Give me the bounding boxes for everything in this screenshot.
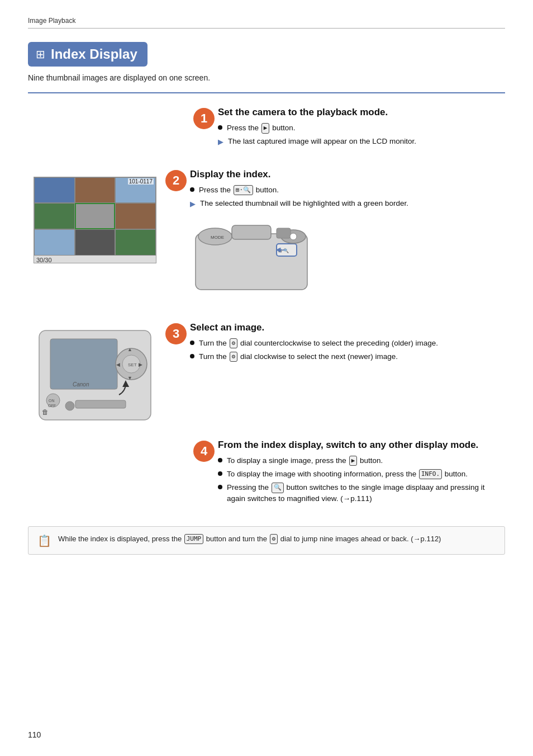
step-1-heading: Set the camera to the playback mode.: [218, 107, 505, 118]
step-1-left: [28, 107, 184, 109]
step-2-bullet-2-text: The selected thumbnail will be highlight…: [200, 198, 408, 209]
step-1-row: 1 Set the camera to the playback mode. P…: [28, 107, 505, 152]
step-4-bullet-2: To display the image with shooting infor…: [218, 469, 505, 480]
step-2-layout: 101-0117 30/30: [28, 169, 505, 305]
header-rule: [28, 28, 505, 29]
step-3-content: Select an image. Turn the ⚙ dial counter…: [190, 322, 505, 367]
step-3-layout: Canon SET ▲ ▼ ◀ ▶ ON OFF: [28, 322, 505, 423]
step-3-image-col: Canon SET ▲ ▼ ◀ ▶ ON OFF: [28, 322, 162, 423]
dial-icon-2: ⚙: [230, 352, 238, 362]
arrow-icon: ▶: [218, 136, 223, 148]
section-title-box: ⊞ Index Display: [28, 42, 147, 67]
step-2-bullet-1: Press the ⊞·🔍 button.: [190, 185, 505, 196]
svg-point-9: [290, 233, 297, 240]
step-1-content: Set the camera to the playback mode. Pre…: [218, 107, 505, 152]
note-box: 📋 While the index is displayed, press th…: [28, 526, 505, 555]
bullet-dot-4-2: [218, 471, 222, 476]
index-image-box: 101-0117 30/30: [34, 177, 156, 263]
thumb-1: [34, 177, 75, 204]
thumb-8: [75, 229, 116, 256]
step-4-bullet-2-text: To display the image with shooting infor…: [227, 469, 468, 480]
camera-back-svg: Canon SET ▲ ▼ ◀ ▶ ON OFF: [36, 328, 154, 423]
bullet-dot-3-2: [190, 354, 194, 358]
dial-icon-note: ⚙: [270, 534, 278, 545]
step-4-bullets: To display a single image, press the ▶ b…: [218, 455, 505, 505]
thumb-9: [115, 229, 156, 256]
step-1-right: 1 Set the camera to the playback mode. P…: [184, 107, 505, 152]
svg-text:ON: ON: [49, 399, 55, 403]
thumb-5: [75, 203, 116, 229]
svg-text:Canon: Canon: [73, 381, 89, 388]
step-4-bullet-1-text: To display a single image, press the ▶ b…: [227, 455, 383, 466]
svg-text:MODE: MODE: [211, 235, 224, 240]
step-1-bullet-1: Press the ▶ button.: [218, 122, 505, 134]
step-2-bullet-1-text: Press the ⊞·🔍 button.: [199, 185, 279, 196]
step-2-bullets: Press the ⊞·🔍 button. ▶ The selected thu…: [190, 185, 505, 210]
note-text: While the index is displayed, press the …: [58, 533, 441, 545]
svg-text:🗑: 🗑: [42, 408, 49, 416]
step-4-number-col: 4: [190, 440, 218, 462]
svg-rect-7: [232, 225, 271, 239]
step-4-bullet-3: Pressing the 🔍 button switches to the si…: [218, 482, 505, 505]
step-3-bullet-1: Turn the ⚙ dial counterclockwise to sele…: [190, 338, 505, 349]
jump-btn: JUMP: [184, 534, 204, 545]
step-1-bullet-2-text: The last captured image will appear on t…: [228, 136, 416, 147]
bullet-dot: [190, 187, 194, 192]
step-3-circle: 3: [165, 323, 187, 344]
step-2-number-col: 2: [162, 169, 190, 191]
page: Image Playback ⊞ Index Display Nine thum…: [0, 0, 533, 756]
note-icon: 📋: [37, 534, 51, 547]
step-4-row: 4 From the index display, switch to any …: [28, 440, 505, 509]
svg-text:⊞·🔍: ⊞·🔍: [278, 248, 289, 253]
svg-text:▼: ▼: [127, 375, 132, 381]
step-1-bullet-1-text: Press the ▶ button.: [227, 122, 295, 134]
page-number: 110: [28, 730, 41, 739]
index-label-top: 101-0117: [128, 178, 154, 185]
step-4-content: From the index display, switch to any ot…: [218, 440, 505, 509]
dial-icon-1: ⚙: [230, 338, 238, 349]
step-2-heading: Display the index.: [190, 169, 505, 180]
thumb-4: [34, 203, 75, 229]
camera-top-diagram: MODE ⊞·🔍: [190, 214, 505, 305]
step-2-bullet-2: ▶ The selected thumbnail will be highlig…: [190, 198, 505, 210]
step-3-number-col: 3: [162, 322, 190, 344]
play-btn-2: ▶: [349, 456, 358, 466]
svg-rect-25: [75, 400, 126, 408]
zoom-btn: 🔍: [272, 483, 284, 493]
index-display-icon: ⊞: [36, 48, 45, 61]
step-4-heading: From the index display, switch to any ot…: [218, 440, 505, 451]
step-2-image-col: 101-0117 30/30: [28, 169, 162, 305]
svg-text:OFF: OFF: [48, 404, 56, 408]
step-4-bullet-1: To display a single image, press the ▶ b…: [218, 455, 505, 466]
step-3-bullet-2: Turn the ⚙ dial clockwise to select the …: [190, 351, 505, 362]
section-title: Index Display: [51, 46, 137, 62]
thumb-2: [75, 177, 116, 204]
bullet-dot-3-1: [190, 341, 194, 345]
thumb-6: [115, 203, 156, 229]
index-grid: [34, 177, 156, 256]
info-btn: INFO.: [419, 469, 442, 480]
step-2-content: Display the index. Press the ⊞·🔍 button.…: [190, 169, 505, 305]
step-3-right-inner: 3 Select an image. Turn the ⚙ dial count…: [162, 322, 505, 367]
step-1-bullet-2: ▶ The last captured image will appear on…: [218, 136, 505, 148]
svg-text:◀: ◀: [116, 362, 120, 367]
bullet-dot-4-1: [218, 458, 222, 462]
step-1-bullets: Press the ▶ button. ▶ The last captured …: [218, 122, 505, 148]
index-button-icon: ⊞·🔍: [234, 185, 253, 196]
section-divider: [28, 92, 505, 93]
header-label: Image Playback: [28, 17, 505, 25]
step-3-bullet-1-text: Turn the ⚙ dial counterclockwise to sele…: [199, 338, 438, 349]
step-1-number-col: 1: [190, 107, 218, 129]
play-button-icon: ▶: [261, 123, 270, 134]
step-4-inner: 4 From the index display, switch to any …: [190, 440, 505, 509]
svg-rect-8: [277, 228, 291, 238]
step-3-heading: Select an image.: [190, 322, 505, 333]
bullet-dot-4-3: [218, 485, 222, 489]
index-footer: 30/30: [34, 256, 156, 263]
section-subtitle: Nine thumbnail images are displayed on o…: [28, 73, 505, 82]
step-1-inner: 1 Set the camera to the playback mode. P…: [190, 107, 505, 152]
step-2-right-inner: 2 Display the index. Press the ⊞·🔍 butto…: [162, 169, 505, 305]
camera-top-svg: MODE ⊞·🔍: [190, 214, 313, 304]
step-2-right-col: 2 Display the index. Press the ⊞·🔍 butto…: [162, 169, 505, 305]
step-3-right-col: 3 Select an image. Turn the ⚙ dial count…: [162, 322, 505, 423]
